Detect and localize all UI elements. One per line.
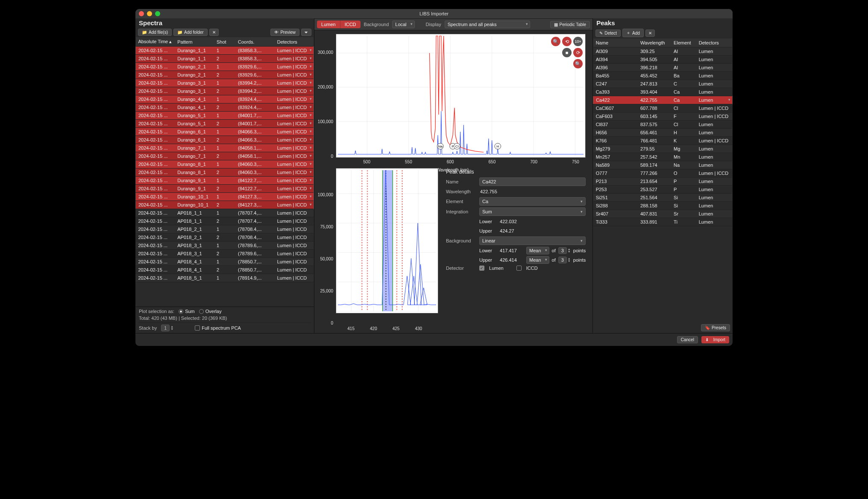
table-row[interactable]: Na589589.174NaLumen <box>593 161 733 169</box>
table-row[interactable]: Mn257257.542MnLumen <box>593 153 733 161</box>
table-row[interactable]: Si288288.158SiLumen <box>593 202 733 210</box>
column-header[interactable]: Name <box>593 38 638 47</box>
reset-zoom-icon[interactable]: ⟲ <box>562 37 572 46</box>
import-button[interactable]: ⬇ Import <box>701 336 729 343</box>
sum-radio[interactable]: Sum <box>179 309 195 314</box>
table-row[interactable]: 2024-02-15 ...Durango_8_12(84060.3,...Lu… <box>136 168 314 177</box>
table-row[interactable]: 2024-02-15 ...Durango_10_11(84127.3,...L… <box>136 193 314 201</box>
periodic-table-button[interactable]: ▦Periodic Table <box>550 21 590 28</box>
table-row[interactable]: 2024-02-15 ...Durango_9_12(84122.7,...Lu… <box>136 185 314 193</box>
table-row[interactable]: 2024-02-15 ...AP018_5_11(78914.9,...Lume… <box>136 274 314 282</box>
table-row[interactable]: 2024-02-15 ...Durango_5_11(84001.7,...Lu… <box>136 112 314 120</box>
table-row[interactable]: 2024-02-15 ...Durango_7_12(84058.1,...Lu… <box>136 152 314 160</box>
detector-iccd-checkbox[interactable]: ICCD <box>516 266 538 271</box>
detector-segment[interactable]: Lumen ICCD <box>317 21 361 28</box>
table-row[interactable]: 2024-02-15 ...AP018_1_11(78707.4,...Lume… <box>136 209 314 217</box>
zoom-level-button[interactable]: 10× <box>573 37 583 46</box>
table-row[interactable]: 2024-02-15 ...Durango_3_12(83994.2,...Lu… <box>136 87 314 95</box>
table-row[interactable]: 2024-02-15 ...Durango_6_12(84066.3,...Lu… <box>136 136 314 144</box>
table-row[interactable]: H656656.461HLumen <box>593 129 733 137</box>
table-row[interactable]: Sr407407.831SrLumen <box>593 210 733 218</box>
table-row[interactable]: Ba455455.452BaLumen <box>593 72 733 80</box>
column-header[interactable]: Detectors <box>696 38 733 47</box>
table-row[interactable]: C247247.813CLumen <box>593 80 733 88</box>
peak-name-input[interactable]: Ca422 <box>479 177 586 186</box>
table-row[interactable]: 2024-02-15 ...AP018_2_12(78708.4,...Lume… <box>136 233 314 242</box>
table-row[interactable]: 2024-02-15 ...Durango_6_11(84066.3,...Lu… <box>136 128 314 136</box>
bg-lower-method-select[interactable]: Mean <box>526 247 549 254</box>
table-row[interactable]: O777777.266OLumen | ICCD <box>593 169 733 177</box>
table-row[interactable]: Al309309.25AlLumen <box>593 47 733 56</box>
bg-upper-method-select[interactable]: Mean <box>526 256 549 264</box>
search-icon[interactable]: 🔍 <box>573 59 583 68</box>
table-row[interactable]: Ca422422.755CaLumen <box>593 96 733 104</box>
refresh-icon[interactable]: ⟳ <box>573 48 583 57</box>
table-row[interactable]: Ca393393.404CaLumen <box>593 88 733 96</box>
background-method-select[interactable]: Linear <box>479 236 586 245</box>
add-peak-button[interactable]: ＋Add <box>622 29 644 37</box>
integration-select[interactable]: Sum <box>479 207 586 216</box>
table-row[interactable]: P213213.654PLumen <box>593 177 733 186</box>
remove-button[interactable]: ✕ <box>209 29 219 36</box>
table-row[interactable]: Al394394.505AlLumen <box>593 56 733 64</box>
table-row[interactable]: P253253.527PLumen <box>593 186 733 194</box>
column-header[interactable]: Shot <box>214 37 235 47</box>
minimize-icon[interactable] <box>147 11 152 16</box>
overlay-radio[interactable]: Overlay <box>199 309 222 314</box>
background-select[interactable]: Local <box>392 21 414 28</box>
peak-zoom-plot[interactable] <box>336 168 438 313</box>
filter-button[interactable]: ⏷ <box>301 29 311 36</box>
add-folder-button[interactable]: 📁Add folder <box>173 29 208 36</box>
table-row[interactable]: K766766.481KLumen | ICCD <box>593 137 733 145</box>
column-header[interactable]: Pattern <box>175 37 214 47</box>
table-row[interactable]: 2024-02-15 ...Durango_2_11(83929.6,...Lu… <box>136 63 314 71</box>
column-header[interactable]: Coords. <box>235 37 275 47</box>
stack-by-stepper[interactable]: 1▲▼ <box>161 325 173 331</box>
seg-lumen[interactable]: Lumen <box>317 21 340 28</box>
detector-lumen-checkbox[interactable]: ✓ Lumen <box>479 266 504 271</box>
table-row[interactable]: Ti333333.891TiLumen <box>593 218 733 226</box>
seg-iccd[interactable]: ICCD <box>340 21 361 28</box>
fullscreen-icon[interactable] <box>155 11 160 16</box>
table-row[interactable]: 2024-02-15 ...AP018_2_11(78708.4,...Lume… <box>136 225 314 233</box>
add-files-button[interactable]: 📁Add file(s) <box>138 29 172 36</box>
preview-button[interactable]: 👁Preview <box>270 29 299 36</box>
detect-button[interactable]: ✎Detect <box>595 30 621 37</box>
presets-button[interactable]: 🔖Presets <box>701 324 730 331</box>
bg-upper-points-stepper[interactable]: 3▲▼ <box>558 257 571 263</box>
table-row[interactable]: 2024-02-15 ...Durango_2_12(83929.6,...Lu… <box>136 71 314 79</box>
table-row[interactable]: 2024-02-15 ...Durango_4_12(83924.4,...Lu… <box>136 103 314 112</box>
peak-element-select[interactable]: Ca <box>479 197 586 206</box>
column-header[interactable]: Absolute Time ▴ <box>136 37 175 47</box>
table-row[interactable]: 2024-02-15 ...Durango_1_12(83858.3,...Lu… <box>136 55 314 63</box>
cancel-button[interactable]: Cancel <box>677 336 698 343</box>
table-row[interactable]: 2024-02-15 ...Durango_10_12(84127.3,...L… <box>136 201 314 209</box>
column-header[interactable]: Wavelength <box>638 38 671 47</box>
table-row[interactable]: 2024-02-15 ...Durango_5_12(84001.7,...Lu… <box>136 120 314 128</box>
table-row[interactable]: 2024-02-15 ...Durango_1_11(83858.3,...Lu… <box>136 47 314 55</box>
table-row[interactable]: 2024-02-15 ...Durango_4_11(83924.4,...Lu… <box>136 95 314 103</box>
table-row[interactable]: 2024-02-15 ...AP018_1_12(78707.4,...Lume… <box>136 217 314 225</box>
full-pca-checkbox[interactable]: Full spectrum PCA <box>195 325 241 331</box>
table-row[interactable]: Si251251.564SiLumen <box>593 194 733 202</box>
table-row[interactable]: Cl837837.575ClLumen <box>593 121 733 129</box>
table-row[interactable]: 2024-02-15 ...AP018_4_12(78850.7,...Lume… <box>136 266 314 274</box>
spectra-table[interactable]: Absolute Time ▴PatternShotCoords.Detecto… <box>135 37 314 282</box>
table-row[interactable]: 2024-02-15 ...AP018_3_12(78789.6,...Lume… <box>136 250 314 258</box>
table-row[interactable]: CaF603603.145FLumen | ICCD <box>593 112 733 121</box>
table-row[interactable]: 2024-02-15 ...Durango_3_11(83994.2,...Lu… <box>136 79 314 87</box>
table-row[interactable]: 2024-02-15 ...Durango_7_11(84058.1,...Lu… <box>136 144 314 152</box>
table-row[interactable]: CaCl607607.788ClLumen | ICCD <box>593 104 733 112</box>
remove-peak-button[interactable]: ✕ <box>645 30 655 37</box>
spectrum-plot[interactable]: NaFClH 🔍 ⟲ 10× ■ ⟳ <box>336 34 586 158</box>
zoom-icon[interactable]: 🔍 <box>551 37 560 46</box>
table-row[interactable]: 2024-02-15 ...AP018_4_11(78850.7,...Lume… <box>136 258 314 266</box>
column-header[interactable]: Element <box>671 38 696 47</box>
display-select[interactable]: Spectrum and all peaks <box>445 21 530 28</box>
stop-icon[interactable]: ■ <box>562 48 572 57</box>
table-row[interactable]: 2024-02-15 ...Durango_9_11(84122.7,...Lu… <box>136 177 314 185</box>
table-row[interactable]: 2024-02-15 ...AP018_3_11(78789.6,...Lume… <box>136 242 314 250</box>
table-row[interactable]: 2024-02-15 ...Durango_8_11(84060.3,...Lu… <box>136 160 314 168</box>
close-icon[interactable] <box>139 11 144 16</box>
table-row[interactable]: Mg279279.55MgLumen <box>593 145 733 153</box>
